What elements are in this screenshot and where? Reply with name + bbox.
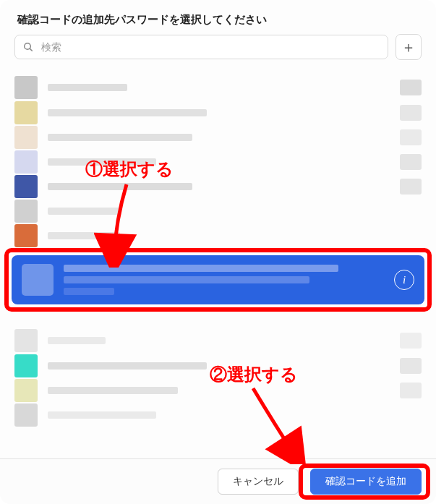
row-accessory bbox=[400, 179, 422, 195]
row-accessory bbox=[400, 333, 422, 349]
row-text bbox=[48, 362, 390, 370]
row-favicon bbox=[14, 150, 38, 174]
row-favicon bbox=[14, 354, 38, 377]
dialog-sheet: 確認コードの追加先パスワードを選択してください ＋ i ①選択する ②選択する bbox=[0, 0, 436, 504]
row-text bbox=[48, 134, 390, 141]
row-accessory bbox=[400, 129, 422, 145]
row-text bbox=[48, 158, 390, 166]
list-item[interactable] bbox=[14, 174, 422, 199]
row-favicon bbox=[14, 175, 38, 198]
list-item[interactable] bbox=[14, 354, 422, 378]
row-text bbox=[48, 208, 390, 215]
row-accessory bbox=[400, 105, 422, 121]
cancel-button[interactable]: キャンセル bbox=[218, 469, 299, 495]
row-favicon bbox=[14, 224, 38, 247]
row-text bbox=[48, 387, 390, 394]
row-text bbox=[48, 337, 390, 344]
password-list-wrap: i bbox=[0, 74, 436, 436]
row-favicon bbox=[14, 379, 38, 402]
dialog-title: 確認コードの追加先パスワードを選択してください bbox=[17, 13, 419, 27]
row-accessory bbox=[400, 154, 422, 170]
list-item[interactable] bbox=[14, 74, 422, 101]
row-text bbox=[48, 84, 390, 91]
add-button[interactable]: ＋ bbox=[396, 34, 422, 60]
row-favicon bbox=[14, 403, 38, 427]
plus-icon: ＋ bbox=[401, 38, 416, 57]
row-favicon bbox=[14, 76, 38, 99]
dialog-footer: キャンセル 確認コードを追加 bbox=[0, 458, 436, 504]
row-accessory bbox=[400, 80, 422, 95]
password-list-before bbox=[0, 74, 436, 248]
row-text bbox=[48, 109, 390, 116]
row-favicon bbox=[14, 329, 38, 352]
search-row: ＋ bbox=[0, 27, 436, 63]
search-box[interactable] bbox=[14, 35, 388, 59]
row-text bbox=[48, 232, 390, 239]
selected-password-row[interactable]: i bbox=[12, 255, 424, 304]
list-item[interactable] bbox=[14, 199, 422, 223]
list-item[interactable] bbox=[14, 403, 422, 427]
row-text bbox=[48, 183, 390, 190]
info-icon[interactable]: i bbox=[394, 270, 414, 290]
row-text bbox=[64, 265, 384, 295]
list-item[interactable] bbox=[14, 101, 422, 125]
row-accessory bbox=[400, 383, 422, 398]
dialog-header: 確認コードの追加先パスワードを選択してください bbox=[0, 0, 436, 27]
search-icon bbox=[22, 41, 34, 53]
password-list-after bbox=[0, 328, 436, 427]
list-item[interactable] bbox=[14, 125, 422, 150]
row-favicon bbox=[14, 200, 38, 223]
svg-line-1 bbox=[30, 48, 32, 51]
row-favicon bbox=[14, 101, 38, 124]
row-favicon bbox=[14, 126, 38, 149]
list-item[interactable] bbox=[14, 150, 422, 174]
search-input[interactable] bbox=[40, 40, 380, 54]
list-item[interactable] bbox=[14, 223, 422, 248]
add-code-button[interactable]: 確認コードを追加 bbox=[310, 469, 422, 495]
row-accessory bbox=[400, 358, 422, 374]
row-favicon bbox=[22, 264, 54, 296]
list-item[interactable] bbox=[14, 328, 422, 354]
row-text bbox=[48, 411, 390, 419]
list-item[interactable] bbox=[14, 378, 422, 403]
